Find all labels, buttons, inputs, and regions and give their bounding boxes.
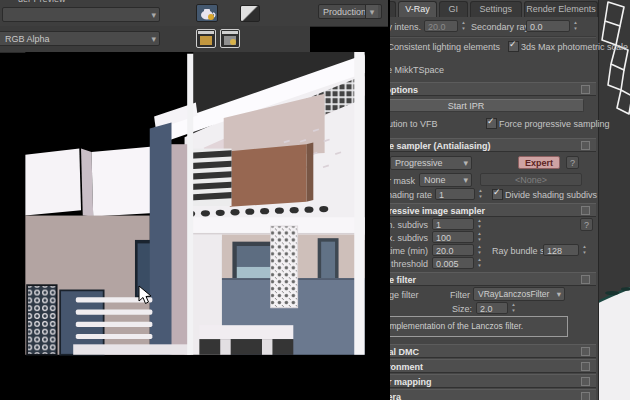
rollout-pin-icon[interactable]	[581, 392, 590, 400]
render-time-spinner[interactable]	[475, 244, 484, 258]
rollout-pin-icon[interactable]	[581, 206, 590, 215]
secondary-rays-bias-spinner[interactable]	[571, 20, 580, 34]
toolbar-partial-title: der Preview	[18, 0, 66, 4]
copy-image-window-icon[interactable]	[220, 29, 240, 48]
ground-beam-left	[73, 344, 190, 354]
force-progressive-label: Force progressive sampling	[499, 118, 597, 130]
window-border-left	[187, 54, 193, 355]
viewport-background	[595, 0, 630, 400]
rollout-pin-icon[interactable]	[581, 362, 590, 371]
max-ray-spinner[interactable]	[459, 20, 468, 34]
secondary-rays-bias-field[interactable]: 0.0	[526, 20, 570, 32]
screenshot-root: { "toolbar": { "partial_title": "der Pre…	[0, 0, 630, 400]
filter-label: Filter	[432, 289, 470, 301]
filter-size-spinner[interactable]	[509, 302, 518, 316]
chevron-down-icon: ▾	[151, 8, 156, 22]
max-ray-intensity-field[interactable]: 20.0	[424, 20, 458, 32]
filter-dropdown[interactable]: VRayLanczosFilter	[473, 287, 565, 301]
rendered-house-canvas	[0, 52, 390, 400]
lattice-panel-left	[27, 285, 57, 355]
chevron-down-icon: ▾	[365, 5, 378, 18]
mouse-cursor	[138, 285, 152, 305]
max-subdivs-spinner[interactable]	[475, 231, 484, 245]
render-mask-dropdown[interactable]: None	[419, 173, 472, 187]
ray-bundle-field[interactable]: 128	[543, 244, 579, 256]
ray-bundle-spinner[interactable]	[580, 244, 589, 258]
progressive-help-button[interactable]: ?	[580, 218, 593, 231]
filter-size-field[interactable]: 2.0	[476, 302, 508, 314]
channel-dropdown-value: RGB Alpha	[5, 34, 50, 44]
rollout-pin-icon[interactable]	[581, 275, 590, 284]
save-image-window-icon[interactable]	[196, 29, 216, 48]
expert-mode-button[interactable]: Expert	[518, 156, 560, 169]
production-mode-dropdown[interactable]: Production ▾	[318, 4, 382, 19]
render-time-field[interactable]: 20.0	[432, 244, 474, 256]
bright-render-overlay	[193, 52, 354, 355]
min-subdivs-spinner[interactable]	[475, 218, 484, 232]
rollout-pin-icon[interactable]	[581, 141, 590, 150]
mikktspace-label: Use MikkTSpace	[376, 64, 496, 76]
min-shading-rate-spinner[interactable]	[476, 188, 485, 202]
channel-dropdown[interactable]: RGB Alpha ▾	[0, 31, 160, 46]
render-mask-none-button[interactable]: <None>	[480, 173, 582, 186]
photometric-scale-label: 3ds Max photometric scale	[521, 41, 597, 53]
house-left-dark-side	[25, 122, 190, 354]
divide-shading-label: Divide shading subdivs	[505, 189, 597, 201]
secondary-rays-bias-label: Secondary rays bias	[471, 21, 525, 33]
production-mode-value: Production	[323, 7, 366, 17]
tab-settings[interactable]: Settings	[470, 1, 522, 17]
render-production-teapot-icon[interactable]	[196, 4, 218, 22]
tab-render-elements[interactable]: Render Elements	[524, 1, 598, 17]
tab-vray[interactable]: V-Ray	[398, 1, 437, 17]
noise-threshold-spinner[interactable]	[475, 257, 484, 271]
window-scrollbar-strip[interactable]	[354, 52, 364, 355]
filter-size-label: Size:	[432, 303, 472, 315]
tab-gi[interactable]: GI	[439, 1, 468, 17]
rendered-model-bottom	[596, 287, 630, 400]
min-shading-rate-field[interactable]: 1	[435, 188, 475, 200]
render-frame-window: der Preview ▾ Production ▾ RGB Alpha ▾	[0, 0, 390, 400]
parapet-wall-a	[25, 149, 81, 216]
max-subdivs-field[interactable]: 100	[432, 231, 474, 243]
divide-shading-checkbox[interactable]	[492, 189, 503, 200]
render-toolbar-channels: RGB Alpha ▾	[0, 26, 310, 53]
noise-threshold-field[interactable]: 0.005	[432, 257, 474, 269]
chevron-down-icon: ▾	[151, 32, 156, 46]
photometric-scale-checkbox[interactable]	[508, 41, 519, 52]
rollout-pin-icon[interactable]	[581, 377, 590, 386]
rollout-pin-icon[interactable]	[581, 85, 590, 94]
sampler-type-dropdown[interactable]: Progressive	[390, 156, 472, 170]
rollout-pin-icon[interactable]	[581, 347, 590, 356]
render-region-diagonal-icon[interactable]	[240, 5, 260, 22]
preview-dropdown[interactable]: ▾	[2, 7, 160, 22]
force-progressive-checkbox[interactable]	[486, 118, 497, 129]
min-subdivs-field[interactable]: 1	[432, 218, 474, 230]
parapet-edge	[81, 149, 93, 217]
render-toolbar-top: der Preview ▾ Production ▾	[0, 0, 388, 27]
column-slate-blue	[150, 122, 172, 354]
sampler-help-button[interactable]: ?	[566, 156, 579, 169]
